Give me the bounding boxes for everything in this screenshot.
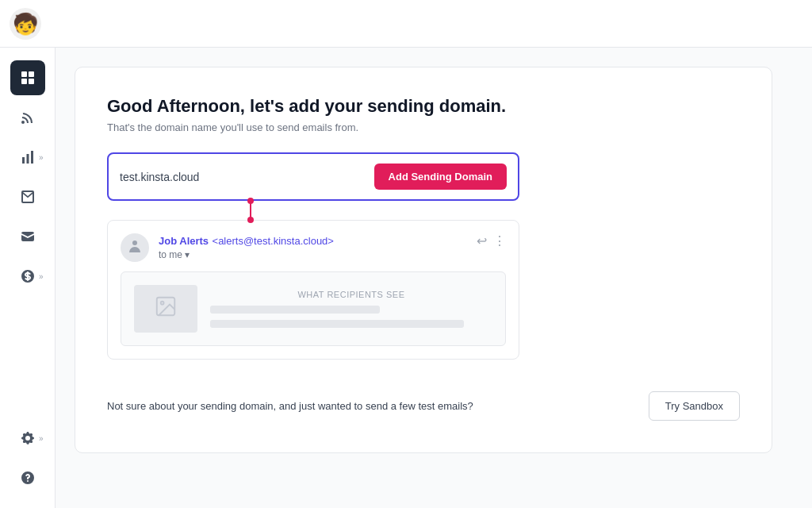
mail-open-icon [20,229,36,244]
question-icon [20,470,36,486]
svg-rect-6 [26,154,29,164]
sidebar-item-settings[interactable]: » [10,421,45,456]
main-card: Good Afternoon, let's add your sending d… [75,67,772,453]
connector-line [250,201,251,220]
bottom-text: Not sure about your sending domain, and … [107,398,473,414]
email-actions: ↩ ⋮ [477,233,506,248]
dollar-icon [20,268,36,284]
sidebar-item-billing[interactable]: » [10,259,45,294]
sidebar-item-campaigns[interactable] [10,219,45,254]
gear-icon [20,430,36,446]
domain-input-wrapper: Add Sending Domain [107,152,519,201]
page-title: Good Afternoon, let's add your sending d… [107,96,740,117]
svg-rect-2 [21,79,27,84]
sidebar-item-feeds[interactable] [10,100,45,135]
image-icon [154,294,178,323]
email-icon [20,189,36,205]
sidebar: » [0,48,56,508]
bottom-section: Not sure about your sending domain, and … [107,385,740,421]
svg-rect-7 [31,151,33,164]
person-icon [127,238,143,258]
avatar[interactable]: 🧒 [10,8,41,40]
content-line-long [210,320,464,328]
svg-rect-1 [29,71,34,77]
email-sender-avatar [121,233,149,262]
content-line-short [210,306,380,314]
bar-chart-icon [20,149,36,165]
add-domain-button[interactable]: Add Sending Domain [374,164,507,190]
reply-icon[interactable]: ↩ [477,233,487,248]
connector [107,201,740,220]
email-image-placeholder [134,285,197,333]
email-from-line: Job Alerts <alerts@test.kinsta.cloud> [159,233,467,248]
try-sandbox-button[interactable]: Try Sandbox [649,391,740,421]
content-area: Good Afternoon, let's add your sending d… [56,48,812,508]
page-subtitle: That's the domain name you'll use to sen… [107,121,740,133]
topbar: 🧒 [0,0,812,48]
avatar-emoji: 🧒 [13,13,38,34]
sidebar-item-analytics[interactable]: » [10,140,45,175]
what-recipients-label: WHAT RECIPIENTS SEE [210,290,492,299]
email-header: Job Alerts <alerts@test.kinsta.cloud> to… [121,233,506,262]
email-content-lines: WHAT RECIPIENTS SEE [210,290,492,328]
email-preview-card: Job Alerts <alerts@test.kinsta.cloud> to… [107,220,519,360]
domain-input[interactable] [120,171,365,183]
chevron-icon: » [39,153,44,162]
more-options-icon[interactable]: ⋮ [493,233,506,248]
svg-rect-0 [21,71,27,77]
sidebar-item-dashboard[interactable] [10,60,45,95]
svg-point-4 [21,121,25,124]
svg-rect-5 [22,157,25,164]
chevron-icon-billing: » [39,272,44,281]
email-body-preview: WHAT RECIPIENTS SEE [121,271,506,346]
email-from-name: Job Alerts [159,235,209,247]
email-to: to me ▾ [159,249,467,260]
email-from-info: Job Alerts <alerts@test.kinsta.cloud> to… [159,233,467,260]
rss-icon [20,110,36,125]
svg-rect-3 [29,79,34,84]
sidebar-item-email[interactable] [10,179,45,214]
connector-dot-top [247,198,254,204]
svg-point-9 [161,302,164,305]
main-layout: » [0,48,812,508]
sidebar-item-help[interactable] [10,460,45,495]
chevron-icon-settings: » [39,434,44,443]
grid-icon [20,70,36,86]
email-from-address: <alerts@test.kinsta.cloud> [213,235,334,247]
connector-dot-bottom [247,217,254,223]
